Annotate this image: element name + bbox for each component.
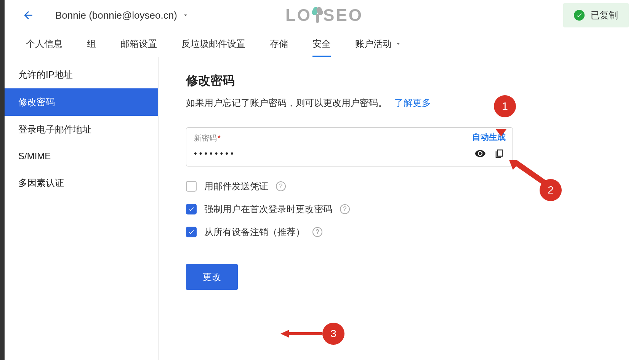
tab-account-activity[interactable]: 账户活动 (355, 30, 402, 57)
tab-label: 账户活动 (355, 38, 392, 50)
page-description-text: 如果用户忘记了账户密码，则可以更改用户密码。 (186, 98, 387, 108)
tab-antispam[interactable]: 反垃圾邮件设置 (181, 30, 245, 57)
tab-bar: 个人信息 组 邮箱设置 反垃圾邮件设置 存储 安全 账户活动 (5, 30, 644, 57)
help-icon[interactable]: ? (312, 227, 322, 237)
sidebar-item-allowed-ip[interactable]: 允许的IP地址 (5, 61, 158, 88)
checkbox-force-change[interactable] (186, 204, 197, 214)
content-body: 允许的IP地址 修改密码 登录电子邮件地址 S/MIME 多因素认证 修改密码 … (5, 57, 644, 360)
help-icon[interactable]: ? (276, 181, 286, 191)
tab-profile[interactable]: 个人信息 (26, 30, 62, 57)
checkbox-label: 用邮件发送凭证 (204, 180, 268, 192)
checkbox-label: 强制用户在首次登录时更改密码 (204, 203, 332, 215)
header-bar: Bonnie (bonnie@loyseo.cn) LO SEO 已复制 (5, 0, 644, 30)
tab-group[interactable]: 组 (87, 30, 96, 57)
submit-button[interactable]: 更改 (186, 264, 238, 290)
checkbox-logout-all[interactable] (186, 227, 197, 237)
tab-label: 存储 (270, 38, 288, 50)
back-button[interactable] (20, 7, 37, 24)
svg-marker-2 (280, 330, 322, 338)
logo-text-left: LO (285, 6, 312, 25)
page-description: 如果用户忘记了账户密码，则可以更改用户密码。 了解更多 (186, 97, 617, 109)
required-mark: * (218, 134, 221, 142)
tab-label: 反垃圾邮件设置 (181, 38, 245, 50)
password-row (194, 148, 505, 159)
sidebar-item-change-password[interactable]: 修改密码 (5, 88, 158, 116)
annotation-arrow-2 (509, 160, 551, 190)
sidebar-item-label: 允许的IP地址 (18, 69, 73, 80)
learn-more-link[interactable]: 了解更多 (394, 98, 431, 108)
password-input[interactable] (194, 149, 423, 158)
tab-label: 个人信息 (26, 38, 62, 50)
tab-mailbox-settings[interactable]: 邮箱设置 (120, 30, 157, 57)
toast-text: 已复制 (591, 9, 618, 21)
check-icon (188, 229, 195, 235)
copy-icon (494, 148, 505, 159)
checkbox-row-logout-all: 从所有设备注销（推荐） ? (186, 226, 617, 238)
tab-storage[interactable]: 存储 (270, 30, 288, 57)
brand-logo: LO SEO (285, 6, 363, 25)
chevron-down-icon (395, 40, 402, 47)
copy-button[interactable] (493, 148, 505, 159)
check-icon (188, 206, 195, 213)
sidebar-item-label: 登录电子邮件地址 (18, 124, 91, 134)
logo-y-icon (312, 8, 323, 23)
new-password-field: 新密码* 自动生成 (186, 127, 513, 166)
user-dropdown[interactable]: Bonnie (bonnie@loyseo.cn) (55, 10, 189, 21)
tab-label: 邮箱设置 (120, 38, 157, 50)
header-divider (46, 7, 46, 24)
page-title: 修改密码 (186, 72, 617, 89)
toast-copied: 已复制 (563, 3, 629, 27)
security-sidebar: 允许的IP地址 修改密码 登录电子邮件地址 S/MIME 多因素认证 (5, 57, 159, 360)
sidebar-item-label: 修改密码 (18, 97, 55, 107)
check-circle-icon (574, 10, 585, 21)
toggle-visibility-button[interactable] (474, 148, 486, 159)
help-icon[interactable]: ? (340, 204, 350, 214)
sidebar-item-mfa[interactable]: 多因素认证 (5, 169, 158, 197)
sidebar-item-label: 多因素认证 (18, 178, 64, 188)
checkbox-label: 从所有设备注销（推荐） (204, 226, 305, 238)
tab-label: 安全 (312, 38, 331, 50)
logo-text-right: SEO (323, 6, 363, 25)
annotation-arrow-1 (492, 115, 511, 142)
chevron-down-icon (182, 11, 189, 19)
app-container: Bonnie (bonnie@loyseo.cn) LO SEO 已复制 个人信… (5, 0, 644, 360)
arrow-left-icon (22, 9, 34, 21)
tab-security[interactable]: 安全 (312, 30, 331, 57)
field-label-text: 新密码 (194, 134, 217, 142)
sidebar-item-smime[interactable]: S/MIME (5, 143, 158, 169)
checkbox-send-credentials[interactable] (186, 181, 197, 192)
field-icon-group (474, 148, 505, 159)
window-edge (0, 0, 5, 360)
annotation-arrow-3 (280, 330, 326, 341)
field-label: 新密码* (194, 133, 505, 143)
user-display-name: Bonnie (bonnie@loyseo.cn) (55, 10, 177, 21)
sidebar-item-login-email[interactable]: 登录电子邮件地址 (5, 116, 158, 143)
sidebar-item-label: S/MIME (18, 151, 51, 161)
main-panel: 修改密码 如果用户忘记了账户密码，则可以更改用户密码。 了解更多 新密码* 自动… (159, 57, 644, 360)
tab-label: 组 (87, 38, 96, 50)
eye-icon (474, 148, 486, 159)
checkbox-row-send-email: 用邮件发送凭证 ? (186, 180, 617, 192)
checkbox-row-force-change: 强制用户在首次登录时更改密码 ? (186, 203, 617, 215)
